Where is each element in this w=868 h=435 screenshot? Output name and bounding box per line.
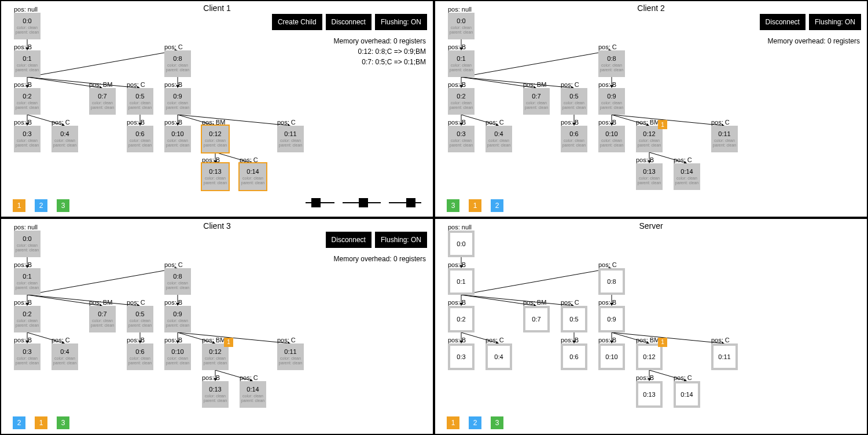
tree-node[interactable]: 0:11color: cleanparent: clean xyxy=(277,343,304,370)
tree-node[interactable]: 0:1color: cleanparent: clean xyxy=(448,50,475,77)
tree-node[interactable]: 0:7color: cleanparent: clean xyxy=(89,88,116,115)
tree-node[interactable]: 0:6color: cleanparent: clean xyxy=(561,343,587,370)
tree-node[interactable]: 0:7color: cleanparent: clean xyxy=(89,306,116,332)
tree-node[interactable]: 0:3color: cleanparent: clean xyxy=(14,126,41,152)
tree-node[interactable]: 0:9color: cleanparent: clean xyxy=(598,88,625,115)
tree-node[interactable]: 0:11color: cleanparent: clean xyxy=(711,126,738,152)
tree-node[interactable]: 0:5color: cleanparent: clean xyxy=(561,88,587,115)
pos-label: pos: B xyxy=(636,374,654,381)
tree-node[interactable]: 0:8color: cleanparent: clean xyxy=(598,50,625,77)
tree-node[interactable]: 0:0color: cleanparent: clean xyxy=(14,13,41,39)
tree-node[interactable]: 0:6color: cleanparent: clean xyxy=(561,126,587,152)
tree-node[interactable]: 0:6color: cleanparent: clean xyxy=(127,343,153,370)
pos-label: pos: B xyxy=(448,81,466,88)
tree-node[interactable]: 0:13color: cleanparent: clean xyxy=(202,163,229,190)
pos-label: pos: B xyxy=(164,81,182,88)
tree-node[interactable]: 0:1color: cleanparent: clean xyxy=(14,268,41,295)
pos-label: pos: C xyxy=(711,337,730,343)
pos-label: pos: B xyxy=(202,156,220,163)
tree-node[interactable]: 0:9color: cleanparent: clean xyxy=(598,306,625,332)
tree-node[interactable]: 0:10color: cleanparent: clean xyxy=(164,126,191,152)
tree-node[interactable]: 0:14color: cleanparent: clean xyxy=(240,381,266,408)
tree-canvas: pos: null0:0color: cleanparent: cleanpos… xyxy=(1,1,433,217)
tree-node[interactable]: 0:2color: cleanparent: clean xyxy=(448,88,475,115)
tree-node[interactable]: 0:10color: cleanparent: clean xyxy=(598,126,625,152)
tree-node[interactable]: 0:0color: cleanparent: clean xyxy=(448,231,475,257)
tree-node[interactable]: 0:5color: cleanparent: clean xyxy=(127,88,153,115)
tree-node[interactable]: 0:12color: cleanparent: clean xyxy=(202,343,229,370)
pos-label: pos: B xyxy=(636,156,654,163)
chip-1[interactable]: 1 xyxy=(447,416,459,429)
tree-node[interactable]: 0:8color: cleanparent: clean xyxy=(164,268,191,295)
pos-label: pos: null xyxy=(448,224,472,231)
tree-node[interactable]: 0:2color: cleanparent: clean xyxy=(14,306,41,332)
tree-node[interactable]: 0:13color: cleanparent: clean xyxy=(636,381,663,408)
tree-node[interactable]: 0:12color: cleanparent: clean xyxy=(636,343,663,370)
pos-label: pos: B xyxy=(448,43,466,50)
tree-node[interactable]: 0:9color: cleanparent: clean xyxy=(164,306,191,332)
pos-label: pos: C xyxy=(486,337,504,343)
tree-node[interactable]: 0:1color: cleanparent: clean xyxy=(14,50,41,77)
chip-2[interactable]: 2 xyxy=(491,199,503,212)
tree-node[interactable]: 0:10color: cleanparent: clean xyxy=(164,343,191,370)
tree-node[interactable]: 0:4color: cleanparent: clean xyxy=(486,343,512,370)
tree-node[interactable]: 0:3color: cleanparent: clean xyxy=(14,343,41,370)
chip-3[interactable]: 3 xyxy=(491,416,503,429)
pos-label: pos: B xyxy=(561,337,579,343)
svg-line-60 xyxy=(27,295,99,305)
chip-3[interactable]: 3 xyxy=(57,199,69,212)
tree-node[interactable]: 0:9color: cleanparent: clean xyxy=(164,88,191,115)
tree-node[interactable]: 0:12color: cleanparent: clean xyxy=(636,126,663,152)
tree-node[interactable]: 0:2color: cleanparent: clean xyxy=(14,88,41,115)
tree-node[interactable]: 0:13color: cleanparent: clean xyxy=(202,381,229,408)
chip-3[interactable]: 3 xyxy=(447,199,459,212)
tree-node[interactable]: 0:4color: cleanparent: clean xyxy=(52,126,78,152)
tree-node[interactable]: 0:8color: cleanparent: clean xyxy=(164,50,191,77)
chip-1[interactable]: 1 xyxy=(35,416,47,429)
pos-label: pos: null xyxy=(14,224,38,231)
chip-2[interactable]: 2 xyxy=(469,416,481,429)
pos-label: pos: C xyxy=(277,119,296,126)
pos-label: pos: BM xyxy=(89,81,112,88)
tree-node[interactable]: 0:2color: cleanparent: clean xyxy=(448,306,475,332)
pos-label: pos: BM xyxy=(523,81,546,88)
tree-node[interactable]: 0:14color: cleanparent: clean xyxy=(240,163,266,190)
svg-line-64 xyxy=(27,269,174,295)
tree-node[interactable]: 0:3color: cleanparent: clean xyxy=(448,343,475,370)
tree-node[interactable]: 0:7color: cleanparent: clean xyxy=(523,306,550,332)
tree-node[interactable]: 0:13color: cleanparent: clean xyxy=(636,163,663,190)
svg-line-36 xyxy=(461,51,608,77)
tree-node[interactable]: 0:11color: cleanparent: clean xyxy=(277,126,304,152)
pos-label: pos: B xyxy=(448,119,466,126)
tree-node[interactable]: 0:3color: cleanparent: clean xyxy=(448,126,475,152)
tree-node[interactable]: 0:5color: cleanparent: clean xyxy=(561,306,587,332)
tree-node[interactable]: 0:1color: cleanparent: clean xyxy=(448,268,475,295)
pos-label: pos: C xyxy=(277,337,296,343)
chip-2[interactable]: 2 xyxy=(35,199,47,212)
chip-1[interactable]: 1 xyxy=(13,199,25,212)
tree-node[interactable]: 0:4color: cleanparent: clean xyxy=(486,126,512,152)
chip-row: 123 xyxy=(13,199,69,212)
chip-1[interactable]: 1 xyxy=(469,199,481,212)
tree-node[interactable]: 0:12color: cleanparent: clean xyxy=(202,126,229,152)
pos-label: pos: B xyxy=(448,261,466,268)
tree-node[interactable]: 0:4color: cleanparent: clean xyxy=(52,343,78,370)
chip-3[interactable]: 3 xyxy=(57,416,69,429)
tree-node[interactable]: 0:8color: cleanparent: clean xyxy=(598,268,625,295)
tree-node[interactable]: 0:14color: cleanparent: clean xyxy=(674,381,700,408)
pos-label: pos: BM xyxy=(636,119,659,126)
tree-node[interactable]: 0:0color: cleanparent: clean xyxy=(448,13,475,39)
pos-label: pos: B xyxy=(14,299,32,306)
tree-node[interactable]: 0:10color: cleanparent: clean xyxy=(598,343,625,370)
tree-node[interactable]: 0:5color: cleanparent: clean xyxy=(127,306,153,332)
tree-node[interactable]: 0:6color: cleanparent: clean xyxy=(127,126,153,152)
pos-label: pos: C xyxy=(164,261,183,268)
pos-label: pos: B xyxy=(598,81,616,88)
tree-node[interactable]: 0:11color: cleanparent: clean xyxy=(711,343,738,370)
pos-label: pos: B xyxy=(14,261,32,268)
tree-node[interactable]: 0:14color: cleanparent: clean xyxy=(674,163,700,190)
tree-node[interactable]: 0:7color: cleanparent: clean xyxy=(523,88,550,115)
timeline-slider[interactable] xyxy=(306,196,421,210)
tree-node[interactable]: 0:0color: cleanparent: clean xyxy=(14,231,41,257)
chip-2[interactable]: 2 xyxy=(13,416,25,429)
